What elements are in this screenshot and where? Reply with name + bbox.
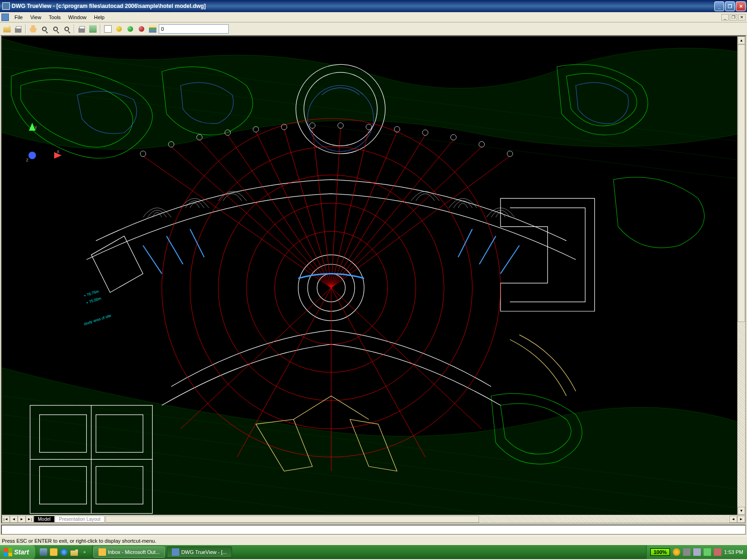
svg-line-45 <box>143 245 162 273</box>
system-tray: 100% 1:53 PM <box>646 545 747 559</box>
svg-line-35 <box>331 132 397 288</box>
tray-volume-icon[interactable] <box>693 548 701 556</box>
menu-tools[interactable]: Tools <box>45 14 64 21</box>
start-button[interactable]: Start <box>0 545 36 559</box>
windows-flag-icon <box>4 548 12 556</box>
vscroll-thumb[interactable] <box>738 44 745 322</box>
separator <box>100 24 101 34</box>
maximize-button[interactable]: ❐ <box>725 1 735 11</box>
printer-icon <box>78 28 85 33</box>
toolbar <box>0 22 747 35</box>
outlook-icon <box>99 548 106 556</box>
publish-button[interactable] <box>88 24 98 34</box>
window-title: DWG TrueView - [c:\program files\autocad… <box>12 3 714 9</box>
pan-button[interactable] <box>28 24 38 34</box>
ql-more[interactable]: » <box>80 547 89 557</box>
open-button[interactable] <box>2 24 12 34</box>
svg-point-64 <box>507 151 513 156</box>
separator <box>74 24 75 34</box>
sphere-red-icon <box>139 26 144 32</box>
svg-line-26 <box>143 156 331 288</box>
statusbar: Press ESC or ENTER to exit, or right-cli… <box>0 536 747 545</box>
tab-prev-button[interactable]: ◄ <box>10 516 18 523</box>
zoom-previous-button[interactable] <box>62 24 72 34</box>
vscroll-track[interactable] <box>738 44 745 507</box>
drawing-area-frame: + 76.75m + 75.00m study area of site y x… <box>1 35 746 524</box>
task-inbox[interactable]: Inbox - Microsoft Out... <box>93 546 165 558</box>
svg-text:z: z <box>26 157 28 162</box>
ql-explorer[interactable] <box>70 547 79 557</box>
svg-text:+ 75.00m: + 75.00m <box>85 296 102 305</box>
tab-layout[interactable]: Presentation Layout <box>55 516 105 523</box>
render-y-button[interactable] <box>114 24 124 34</box>
layer-combo[interactable] <box>159 24 229 34</box>
zoom-window-button[interactable] <box>50 24 61 34</box>
norton-badge[interactable]: 100% <box>650 548 670 556</box>
svg-line-28 <box>199 140 331 287</box>
tab-first-button[interactable]: |◄ <box>2 516 10 523</box>
close-button[interactable]: ✕ <box>736 1 746 11</box>
named-views-button[interactable] <box>103 24 113 34</box>
svg-point-59 <box>366 124 372 130</box>
taskbar: Start » Inbox - Microsoft Out... DWG Tru… <box>0 545 747 559</box>
outlook-icon <box>50 548 57 556</box>
svg-line-30 <box>256 132 331 288</box>
tab-next-button[interactable]: ► <box>18 516 26 523</box>
plot-button[interactable] <box>13 24 23 34</box>
ql-show-desktop[interactable] <box>39 547 48 557</box>
zoom-realtime-button[interactable] <box>39 24 49 34</box>
layout-tabs-bar: |◄ ◄ ► ►| Model Presentation Layout ◄ ► <box>2 515 745 523</box>
svg-line-43 <box>331 288 425 457</box>
clock[interactable]: 1:53 PM <box>724 549 743 555</box>
minimize-button[interactable]: _ <box>714 1 724 11</box>
mdi-restore-button[interactable]: ❐ <box>730 14 737 21</box>
tray-power-icon[interactable] <box>704 548 711 556</box>
svg-line-47 <box>190 229 204 257</box>
mdi-minimize-button[interactable]: _ <box>721 14 729 21</box>
tray-network-icon[interactable] <box>683 548 691 556</box>
view-icon <box>104 25 112 33</box>
tab-last-button[interactable]: ►| <box>26 516 34 523</box>
scroll-left-button[interactable]: ◄ <box>729 516 737 523</box>
start-label: Start <box>14 548 29 556</box>
folder-icon <box>3 25 11 33</box>
hand-icon <box>29 25 37 33</box>
plot-preview-button[interactable] <box>77 24 87 34</box>
quick-launch: » <box>36 545 92 559</box>
hscroll-track[interactable] <box>106 516 728 523</box>
svg-line-48 <box>458 229 472 257</box>
scroll-right-button[interactable]: ► <box>737 516 745 523</box>
scroll-up-button[interactable]: ▲ <box>738 36 745 44</box>
menu-help[interactable]: Help <box>90 14 108 21</box>
task-dwg-trueview[interactable]: DWG TrueView - [... <box>167 546 232 558</box>
ql-ie[interactable] <box>59 547 69 557</box>
vertical-scrollbar[interactable]: ▲ ▼ <box>737 36 745 515</box>
render-g-button[interactable] <box>125 24 135 34</box>
ql-outlook[interactable] <box>49 547 58 557</box>
svg-line-50 <box>500 245 519 273</box>
layers-button[interactable] <box>148 24 158 34</box>
magnifier-prev-icon <box>64 27 69 31</box>
tray-shield-icon[interactable] <box>673 548 680 556</box>
tray-misc-icon[interactable] <box>714 548 721 556</box>
printer-icon <box>15 28 21 33</box>
task-label: DWG TrueView - [... <box>181 549 227 555</box>
menubar: File View Tools Window Help _ ❐ ✕ <box>0 12 747 22</box>
svg-point-61 <box>423 130 428 135</box>
mdi-close-button[interactable]: ✕ <box>738 14 746 21</box>
svg-line-38 <box>331 147 481 287</box>
svg-line-37 <box>331 140 453 287</box>
scroll-down-button[interactable]: ▼ <box>738 507 745 515</box>
document-icon <box>1 14 9 21</box>
menu-view[interactable]: View <box>27 14 45 21</box>
svg-line-49 <box>479 236 496 264</box>
ucs-icon: y x z <box>16 120 63 167</box>
render-r-button[interactable] <box>136 24 147 34</box>
svg-point-72 <box>28 152 36 159</box>
menu-window[interactable]: Window <box>64 14 90 21</box>
command-line[interactable] <box>1 525 746 535</box>
hscroll-thumb[interactable] <box>106 516 479 523</box>
tab-model[interactable]: Model <box>34 516 55 523</box>
menu-file[interactable]: File <box>11 14 27 21</box>
drawing-canvas[interactable]: + 76.75m + 75.00m study area of site y x… <box>2 36 745 523</box>
